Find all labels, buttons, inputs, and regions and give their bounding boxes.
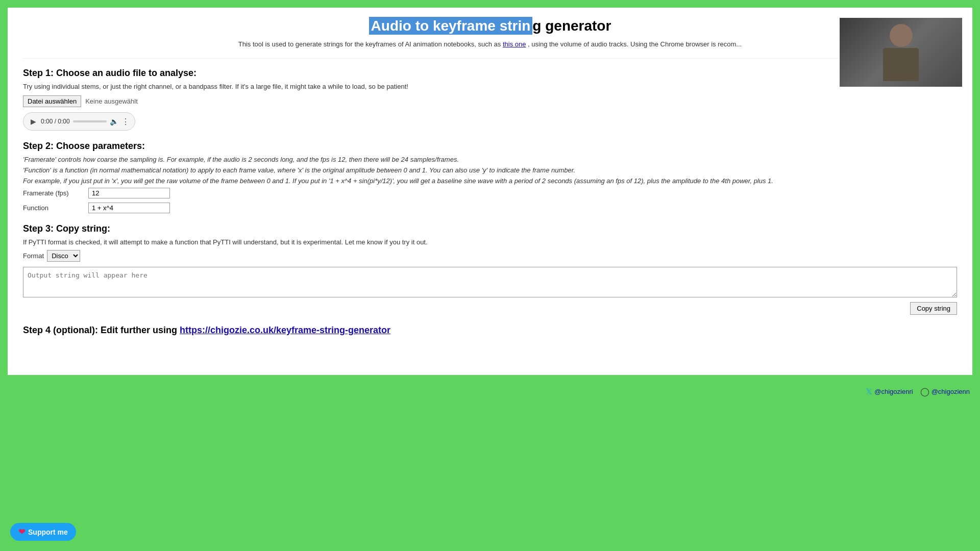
person-body <box>883 48 919 81</box>
step4-heading: Step 4 (optional): Edit further using ht… <box>23 325 957 336</box>
function-input[interactable] <box>88 203 170 213</box>
step2-desc3: For example, if you just put in 'x', you… <box>23 177 957 185</box>
step3-heading: Step 3: Copy string: <box>23 223 957 234</box>
heart-icon: ❤ <box>18 527 25 537</box>
format-row: Format Disco PyTTI <box>23 250 957 262</box>
step4-section: Step 4 (optional): Edit further using ht… <box>23 325 957 336</box>
support-label: Support me <box>28 528 68 536</box>
play-button[interactable]: ▶ <box>29 117 38 126</box>
step4-link[interactable]: https://chigozie.co.uk/keyframe-string-g… <box>180 325 390 335</box>
github-handle: @chigozienn <box>932 388 970 395</box>
github-link[interactable]: ◯ @chigozienn <box>920 387 970 396</box>
format-label: Format <box>23 252 44 260</box>
audio-player: ▶ 0:00 / 0:00 🔈 ⋮ <box>23 112 135 131</box>
this-one-link[interactable]: this one <box>503 40 526 48</box>
output-textarea[interactable] <box>23 267 957 297</box>
format-select[interactable]: Disco PyTTI <box>47 250 80 262</box>
copy-btn-row: Copy string <box>23 302 957 315</box>
video-preview <box>840 18 962 87</box>
volume-icon[interactable]: 🔈 <box>110 117 118 126</box>
seek-bar[interactable] <box>73 120 107 122</box>
framerate-row: Framerate (fps) <box>23 188 957 198</box>
video-preview-inner <box>840 18 962 87</box>
person-head <box>890 24 913 47</box>
step3-desc: If PyTTI format is checked, it will atte… <box>23 238 957 246</box>
step2-desc1: 'Framerate' controls how coarse the samp… <box>23 156 957 163</box>
step1-desc: Try using individual stems, or just the … <box>23 83 957 90</box>
function-label: Function <box>23 204 84 212</box>
function-row: Function <box>23 203 957 213</box>
step3-section: Step 3: Copy string: If PyTTI format is … <box>23 223 957 315</box>
support-button[interactable]: ❤ Support me <box>10 523 76 541</box>
step1-heading: Step 1: Choose an audio file to analyse: <box>23 68 957 79</box>
file-input-row: Datei auswählen Keine ausgewählt <box>23 95 957 107</box>
audio-time: 0:00 / 0:00 <box>41 118 70 125</box>
file-choose-button[interactable]: Datei auswählen <box>23 95 81 107</box>
step2-section: Step 2: Choose parameters: 'Framerate' c… <box>23 141 957 213</box>
twitter-icon: 𝕏 <box>866 387 872 396</box>
main-container: Audio to keyframe string generator This … <box>8 8 972 375</box>
page-title: Audio to keyframe string generator <box>23 18 957 34</box>
step2-heading: Step 2: Choose parameters: <box>23 141 957 152</box>
framerate-label: Framerate (fps) <box>23 189 84 197</box>
twitter-link[interactable]: 𝕏 @chigozienri <box>866 387 913 396</box>
copy-string-button[interactable]: Copy string <box>910 302 957 315</box>
framerate-input[interactable] <box>88 188 170 198</box>
github-icon: ◯ <box>920 387 929 396</box>
subtitle: This tool is used to generate strings fo… <box>23 40 957 48</box>
file-none-label: Keine ausgewählt <box>85 97 138 105</box>
title-highlight: Audio to keyframe strin <box>369 17 533 35</box>
twitter-handle: @chigozienri <box>874 388 913 395</box>
step2-desc2: 'Function' is a function (in normal math… <box>23 166 957 174</box>
more-options-icon[interactable]: ⋮ <box>121 117 130 127</box>
step1-section: Step 1: Choose an audio file to analyse:… <box>23 68 957 131</box>
footer: 𝕏 @chigozienri ◯ @chigozienn <box>0 383 980 400</box>
